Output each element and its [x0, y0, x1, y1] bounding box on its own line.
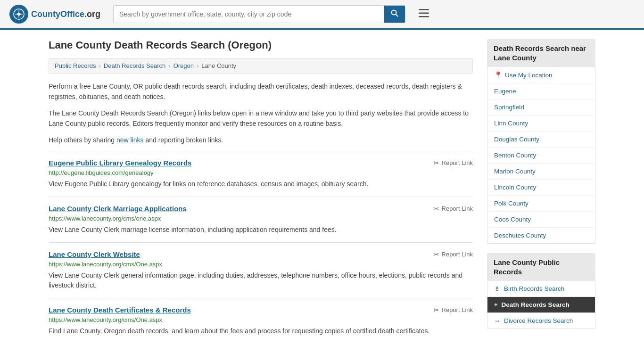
record-entry: Eugene Public Library Genealogy Records …	[49, 151, 473, 197]
nearby-link[interactable]: Benton County	[494, 152, 536, 159]
location-icon: 📍	[494, 71, 502, 79]
report-link-button[interactable]: ✂ Report Link	[433, 205, 473, 213]
logo[interactable]: CountyOffice.org	[9, 5, 104, 24]
nearby-heading: Death Records Search near Lane County	[487, 39, 595, 67]
sidebar-item[interactable]: Springfield	[487, 99, 595, 115]
record-url[interactable]: https://www.lanecounty.org/cms/one.aspx	[49, 215, 473, 222]
sidebar-item[interactable]: Eugene	[487, 83, 595, 99]
report-icon: ✂	[433, 250, 439, 259]
report-icon: ✂	[433, 205, 439, 213]
record-url[interactable]: https://www.lanecounty.org/cms/One.aspx	[49, 261, 473, 268]
record-entry: Lane County Death Certificates & Records…	[49, 298, 473, 344]
breadcrumb-death-records[interactable]: Death Records Search	[104, 62, 166, 69]
breadcrumb-public-records[interactable]: Public Records	[55, 62, 96, 69]
nearby-link[interactable]: Lincoln County	[494, 184, 536, 191]
divorce-records-item[interactable]: ↔ Divorce Records Search	[487, 313, 595, 329]
breadcrumb-oregon[interactable]: Oregon	[173, 62, 194, 69]
search-button[interactable]	[384, 6, 405, 23]
report-link-button[interactable]: ✂ Report Link	[433, 306, 473, 314]
nearby-list: 📍 Use My Location Eugene Springfield Lin…	[487, 67, 595, 244]
public-records-list: 🕯 Birth Records Search + Death Records S…	[487, 281, 595, 329]
record-entry: Lane County Clerk Marriage Applications …	[49, 197, 473, 242]
use-location-item[interactable]: 📍 Use My Location	[487, 67, 595, 83]
public-records-section: Lane County Public Records 🕯 Birth Recor…	[487, 253, 595, 329]
record-title[interactable]: Lane County Death Certificates & Records	[49, 306, 191, 314]
divorce-records-link[interactable]: Divorce Records Search	[504, 317, 573, 324]
intro-paragraph-2: The Lane County Death Records Search (Or…	[49, 108, 473, 129]
birth-records-icon: 🕯	[494, 285, 500, 292]
record-title[interactable]: Lane County Clerk Website	[49, 250, 140, 258]
death-records-link[interactable]: Death Records Search	[502, 301, 570, 308]
svg-rect-7	[419, 13, 429, 14]
report-icon: ✂	[433, 159, 439, 167]
birth-records-link[interactable]: Birth Records Search	[504, 285, 564, 292]
death-records-item[interactable]: + Death Records Search	[487, 297, 595, 313]
nearby-link[interactable]: Coos County	[494, 216, 531, 223]
report-link-button[interactable]: ✂ Report Link	[433, 159, 473, 167]
record-url[interactable]: http://eugene.libguides.com/genealogy	[49, 169, 473, 176]
sidebar-item[interactable]: Coos County	[487, 212, 595, 228]
main-container: Lane County Death Records Search (Oregon…	[39, 30, 605, 353]
death-records-icon: +	[494, 301, 498, 308]
search-bar	[113, 5, 405, 23]
svg-rect-8	[419, 16, 429, 17]
nearby-link[interactable]: Marion County	[494, 168, 536, 175]
nearby-section: Death Records Search near Lane County 📍 …	[487, 39, 595, 244]
content-area: Lane County Death Records Search (Oregon…	[49, 39, 473, 344]
intro-paragraph-1: Perform a free Lane County, OR public de…	[49, 81, 473, 102]
sidebar-item[interactable]: Deschutes County	[487, 228, 595, 243]
record-url[interactable]: https://www.lanecounty.org/cms/One.aspx	[49, 316, 473, 323]
sidebar-item[interactable]: Linn County	[487, 115, 595, 132]
record-desc: View Lane County Clerk marriage license …	[49, 225, 473, 235]
breadcrumb: Public Records › Death Records Search › …	[49, 58, 473, 74]
sidebar-item[interactable]: Lincoln County	[487, 180, 595, 196]
record-desc: View Lane County Clerk general informati…	[49, 271, 473, 290]
svg-point-4	[392, 10, 396, 15]
new-links-link[interactable]: new links	[116, 136, 144, 144]
search-input[interactable]	[114, 7, 384, 22]
record-desc: View Eugene Public Library genealogy for…	[49, 179, 473, 189]
sidebar-item[interactable]: Benton County	[487, 148, 595, 164]
logo-text: CountyOffice.org	[31, 9, 100, 19]
birth-records-item[interactable]: 🕯 Birth Records Search	[487, 281, 595, 297]
sidebar: Death Records Search near Lane County 📍 …	[487, 39, 595, 344]
site-header: CountyOffice.org	[0, 0, 644, 30]
intro-paragraph-3: Help others by sharing new links and rep…	[49, 135, 473, 145]
nearby-link[interactable]: Polk County	[494, 200, 528, 207]
nearby-link[interactable]: Springfield	[494, 104, 524, 111]
record-entry: Lane County Clerk Website ✂ Report Link …	[49, 242, 473, 298]
divorce-records-icon: ↔	[494, 317, 500, 324]
svg-rect-6	[419, 9, 429, 10]
sidebar-item[interactable]: Douglas County	[487, 132, 595, 148]
record-title[interactable]: Eugene Public Library Genealogy Records	[49, 159, 191, 167]
report-icon: ✂	[433, 306, 439, 314]
svg-line-5	[396, 15, 398, 17]
public-records-heading: Lane County Public Records	[487, 253, 595, 281]
sidebar-item[interactable]: Marion County	[487, 164, 595, 180]
nearby-link[interactable]: Douglas County	[494, 136, 539, 143]
nearby-link[interactable]: Linn County	[494, 120, 528, 127]
nearby-link[interactable]: Deschutes County	[494, 232, 546, 239]
sidebar-item[interactable]: Polk County	[487, 196, 595, 212]
hamburger-menu-button[interactable]	[415, 6, 433, 22]
breadcrumb-lane-county: Lane County	[201, 62, 236, 69]
nearby-link[interactable]: Eugene	[494, 88, 516, 95]
record-title[interactable]: Lane County Clerk Marriage Applications	[49, 205, 187, 213]
logo-icon	[9, 5, 28, 24]
page-title: Lane County Death Records Search (Oregon…	[49, 39, 473, 51]
use-location-link[interactable]: Use My Location	[505, 72, 553, 79]
record-desc: Find Lane County, Oregon death records, …	[49, 326, 473, 336]
report-link-button[interactable]: ✂ Report Link	[433, 250, 473, 259]
